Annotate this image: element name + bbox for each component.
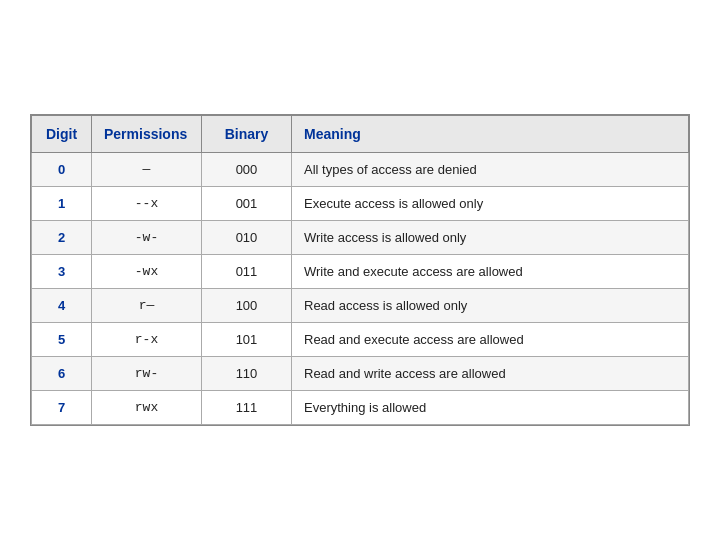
cell-permissions: r— — [92, 289, 202, 323]
cell-meaning: Everything is allowed — [292, 391, 689, 425]
cell-digit: 6 — [32, 357, 92, 391]
cell-binary: 000 — [202, 153, 292, 187]
header-meaning: Meaning — [292, 116, 689, 153]
cell-permissions: — — [92, 153, 202, 187]
cell-digit: 1 — [32, 187, 92, 221]
cell-binary: 110 — [202, 357, 292, 391]
cell-digit: 4 — [32, 289, 92, 323]
cell-meaning: Read and write access are allowed — [292, 357, 689, 391]
table-row: 0—000All types of access are denied — [32, 153, 689, 187]
table-row: 6rw-110Read and write access are allowed — [32, 357, 689, 391]
table-row: 3-wx011Write and execute access are allo… — [32, 255, 689, 289]
cell-permissions: r-x — [92, 323, 202, 357]
header-binary: Binary — [202, 116, 292, 153]
cell-binary: 011 — [202, 255, 292, 289]
cell-permissions: rwx — [92, 391, 202, 425]
table-row: 1--x001Execute access is allowed only — [32, 187, 689, 221]
cell-meaning: Execute access is allowed only — [292, 187, 689, 221]
cell-permissions: -wx — [92, 255, 202, 289]
cell-digit: 5 — [32, 323, 92, 357]
table-row: 2-w-010Write access is allowed only — [32, 221, 689, 255]
cell-binary: 001 — [202, 187, 292, 221]
cell-meaning: All types of access are denied — [292, 153, 689, 187]
cell-binary: 100 — [202, 289, 292, 323]
cell-binary: 101 — [202, 323, 292, 357]
header-digit: Digit — [32, 116, 92, 153]
cell-permissions: rw- — [92, 357, 202, 391]
cell-meaning: Read access is allowed only — [292, 289, 689, 323]
cell-meaning: Write and execute access are allowed — [292, 255, 689, 289]
cell-digit: 2 — [32, 221, 92, 255]
cell-binary: 111 — [202, 391, 292, 425]
cell-meaning: Read and execute access are allowed — [292, 323, 689, 357]
cell-meaning: Write access is allowed only — [292, 221, 689, 255]
cell-digit: 3 — [32, 255, 92, 289]
permissions-table-container: Digit Permissions Binary Meaning 0—000Al… — [30, 114, 690, 426]
header-permissions: Permissions — [92, 116, 202, 153]
cell-binary: 010 — [202, 221, 292, 255]
cell-permissions: --x — [92, 187, 202, 221]
table-row: 5r-x101Read and execute access are allow… — [32, 323, 689, 357]
cell-permissions: -w- — [92, 221, 202, 255]
table-row: 7rwx111Everything is allowed — [32, 391, 689, 425]
table-header-row: Digit Permissions Binary Meaning — [32, 116, 689, 153]
cell-digit: 7 — [32, 391, 92, 425]
cell-digit: 0 — [32, 153, 92, 187]
permissions-table: Digit Permissions Binary Meaning 0—000Al… — [31, 115, 689, 425]
table-row: 4r—100Read access is allowed only — [32, 289, 689, 323]
